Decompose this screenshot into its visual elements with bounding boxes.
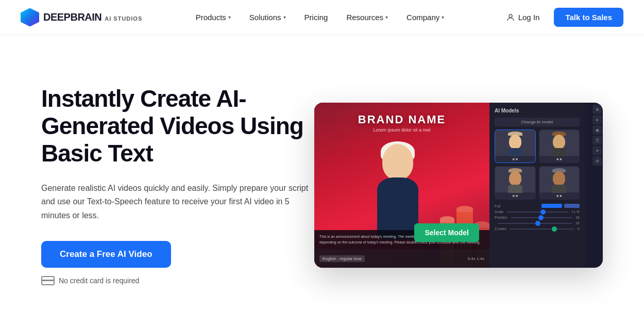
side-icon-4[interactable]: ☰	[592, 136, 602, 145]
logo-text: DEEPBRAIN AI STUDIOS	[43, 11, 142, 23]
side-icon-3[interactable]: ◉	[592, 125, 602, 135]
model-card-2[interactable]: ■ ■	[539, 129, 580, 163]
model-face-3	[495, 167, 535, 192]
hero-mockup: BRAND NAME Lorem ipsum dolor sit a met	[314, 103, 603, 268]
video-controls-bar: English - regular tone 0:4s 1:4s	[314, 249, 489, 268]
select-model-button[interactable]: Select Model	[414, 223, 479, 242]
side-icon-panel: ⊞ ♦ ◉ ☰ ✦ ⚙	[591, 103, 603, 168]
chevron-down-icon: ▾	[228, 14, 231, 20]
nav-pricing[interactable]: Pricing	[296, 9, 336, 26]
nav-actions: Log In Talk to Sales	[498, 8, 623, 27]
model-face-4	[539, 167, 580, 192]
scale-control-row: Scale +1 %	[495, 210, 580, 214]
language-tag: English - regular tone	[319, 255, 365, 262]
position-x-row: Position 34	[495, 216, 580, 219]
position-y-row: 24	[495, 221, 580, 225]
panel-title: AI Models	[495, 108, 580, 113]
model-face-2	[539, 130, 580, 156]
model-card-3[interactable]: ■ ■	[495, 166, 536, 200]
logo-brand: DEEPBRAIN	[43, 11, 101, 23]
user-icon	[506, 13, 515, 22]
hero-left: Instantly Create AI-Generated Videos Usi…	[41, 85, 309, 285]
logo-icon	[21, 8, 39, 27]
nav-links: Products ▾ Solutions ▾ Pricing Resources…	[188, 9, 453, 26]
chevron-down-icon: ▾	[283, 14, 286, 20]
position-y-slider[interactable]	[498, 223, 572, 224]
model-face-1	[495, 130, 535, 156]
model-card-4[interactable]: ■ ■	[539, 166, 580, 200]
ai-models-panel: AI Models Change AI model ■ ■	[489, 103, 585, 268]
video-area: BRAND NAME Lorem ipsum dolor sit a met	[314, 103, 489, 268]
mockup-background: BRAND NAME Lorem ipsum dolor sit a met	[314, 103, 603, 268]
nav-company[interactable]: Company ▾	[398, 9, 452, 26]
timecode: 0:4s 1:4s	[468, 256, 484, 261]
person-head	[382, 144, 413, 180]
login-button[interactable]: Log In	[498, 9, 548, 26]
hero-description: Generate realistic AI videos quickly and…	[41, 182, 309, 222]
create-free-video-button[interactable]: Create a Free AI Video	[41, 241, 171, 268]
chevron-down-icon: ▾	[442, 14, 444, 20]
model-controls: Full Scale +1 % Positio	[495, 204, 580, 231]
logo-sub: AI STUDIOS	[105, 15, 142, 22]
model-card-1[interactable]: ■ ■	[495, 129, 536, 163]
chevron-down-icon: ▾	[385, 14, 388, 20]
z-index-row: Z-index 0	[495, 227, 580, 231]
model-grid: ■ ■ ■ ■	[495, 129, 580, 200]
side-icon-1[interactable]: ⊞	[592, 105, 602, 114]
main-content: Instantly Create AI-Generated Videos Usi…	[0, 35, 644, 325]
nav-resources[interactable]: Resources ▾	[338, 9, 396, 26]
hero-title: Instantly Create AI-Generated Videos Usi…	[41, 85, 309, 167]
svg-point-0	[509, 14, 512, 18]
side-icon-5[interactable]: ✦	[592, 146, 602, 155]
side-icon-6[interactable]: ⚙	[592, 156, 602, 166]
credit-card-icon	[41, 276, 55, 285]
talk-to-sales-button[interactable]: Talk to Sales	[554, 8, 623, 27]
brand-overlay: BRAND NAME Lorem ipsum dolor sit a met	[314, 113, 489, 133]
no-card-notice: No credit card is required	[41, 276, 309, 285]
side-icon-2[interactable]: ♦	[592, 115, 602, 124]
nav-products[interactable]: Products ▾	[188, 9, 239, 26]
position-x-slider[interactable]	[511, 217, 572, 218]
nav-solutions[interactable]: Solutions ▾	[241, 9, 294, 26]
navigation: DEEPBRAIN AI STUDIOS Products ▾ Solution…	[0, 0, 644, 35]
logo[interactable]: DEEPBRAIN AI STUDIOS	[21, 8, 142, 27]
change-model-bar[interactable]: Change AI model	[495, 118, 580, 126]
full-control-row: Full	[495, 204, 580, 208]
scale-slider[interactable]	[507, 212, 568, 213]
z-index-slider[interactable]	[510, 229, 574, 230]
